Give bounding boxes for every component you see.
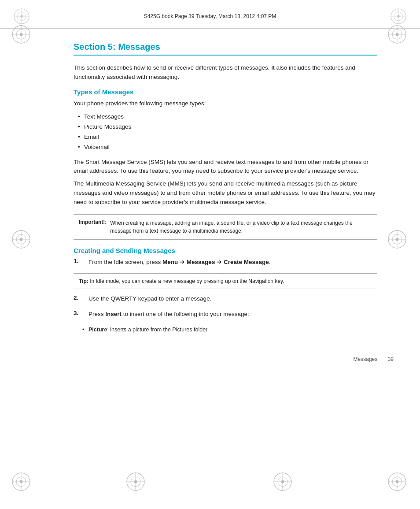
page-decor-top-right — [387, 24, 409, 46]
sub-bullet-list: Picture: inserts a picture from the Pict… — [82, 325, 377, 334]
message-types-list: Text Messages Picture Messages Email Voi… — [78, 112, 377, 152]
list-item: Email — [78, 132, 377, 142]
mms-text: The Multimedia Messaging Service (MMS) l… — [74, 179, 377, 207]
section-divider — [74, 55, 377, 56]
step3-number: 3. — [74, 310, 82, 316]
page-decor-mid-left — [11, 229, 33, 251]
step2-text: Use the QWERTY keypad to enter a message… — [88, 294, 211, 304]
footer-page-number: 39 — [388, 356, 394, 362]
tip-label: Tip: — [79, 278, 88, 284]
important-content: When creating a message, adding an image… — [110, 219, 372, 235]
picture-label: Picture — [88, 327, 107, 333]
step1-bold1: Menu — [162, 259, 178, 265]
list-item: Voicemail — [78, 142, 377, 152]
subsection1-lead: Your phone provides the following messag… — [74, 99, 377, 108]
page-decor-bot-mid-right — [273, 472, 295, 494]
step-3: 3. Press Insert to insert one of the fol… — [74, 310, 377, 319]
sub-list-item-picture: Picture: inserts a picture from the Pict… — [82, 325, 377, 334]
step-2: 2. Use the QWERTY keypad to enter a mess… — [74, 294, 377, 304]
section-title: Section 5: Messages — [74, 42, 377, 52]
svg-point-15 — [20, 25, 22, 26]
header-text: S425G.book Page 39 Tuesday, March 13, 20… — [144, 13, 276, 19]
intro-text: This section describes how to send or re… — [74, 63, 377, 82]
sms-text: The Short Message Service (SMS) lets you… — [74, 158, 377, 176]
page-decor-bot-right — [387, 472, 409, 494]
footer-text: Messages 39 — [354, 356, 394, 362]
page-footer: Messages 39 — [0, 352, 420, 367]
page-decor-mid-right — [387, 229, 409, 251]
corner-circle-top-right — [390, 8, 407, 25]
page-wrapper: S425G.book Page 39 Tuesday, March 13, 20… — [0, 0, 420, 509]
tip-text: In Idle mode, you can create a new messa… — [90, 278, 284, 284]
footer-label: Messages — [354, 356, 378, 362]
important-label: Important!: — [79, 219, 107, 235]
page-decor-bot-mid-left — [125, 472, 147, 494]
content-area: Section 5: Messages This section describ… — [34, 29, 386, 347]
step1-bold2: Messages — [187, 259, 215, 265]
subsection2-title: Creating and Sending Messages — [74, 247, 377, 254]
page-decor-top-left — [11, 24, 33, 46]
step2-number: 2. — [74, 294, 82, 301]
list-item: Text Messages — [78, 112, 377, 122]
page-decor-bot-left — [11, 472, 33, 494]
step1-number: 1. — [74, 258, 82, 264]
step3-text: Press Insert to insert one of the follow… — [88, 310, 249, 319]
subsection1-title: Types of Messages — [74, 88, 377, 96]
corner-circle-top-left — [13, 8, 30, 25]
step3-bold: Insert — [105, 311, 122, 317]
step1-text: From the Idle screen, press Menu ➔ Messa… — [88, 258, 270, 267]
step-1: 1. From the Idle screen, press Menu ➔ Me… — [74, 258, 377, 267]
step1-bold3: Create Message — [224, 259, 269, 265]
important-box: Important!: When creating a message, add… — [74, 214, 377, 240]
list-item: Picture Messages — [78, 122, 377, 132]
tip-box: Tip: In Idle mode, you can create a new … — [74, 273, 377, 289]
picture-desc: : inserts a picture from the Pictures fo… — [107, 327, 209, 333]
header-bar: S425G.book Page 39 Tuesday, March 13, 20… — [0, 4, 420, 29]
